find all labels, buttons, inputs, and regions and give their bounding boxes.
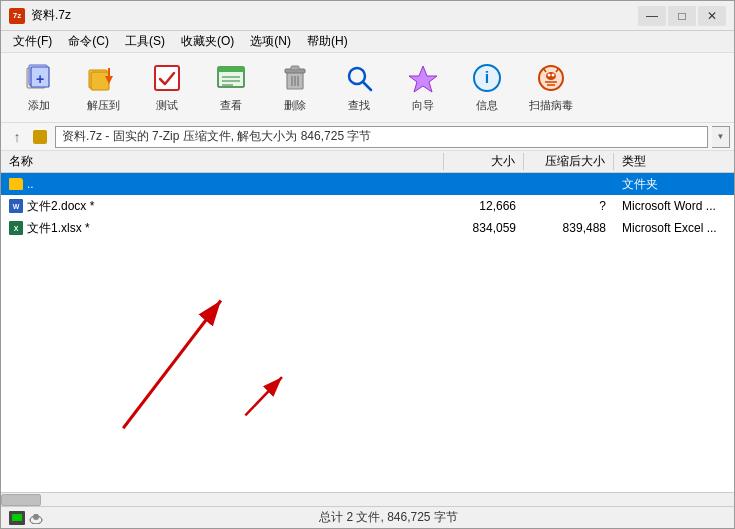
svg-line-34 [123,301,221,429]
svg-rect-37 [12,514,22,521]
menu-file[interactable]: 文件(F) [5,31,60,52]
svg-line-35 [245,377,282,415]
find-label: 查找 [348,98,370,113]
col-header-compressed[interactable]: 压缩后大小 [524,153,614,170]
test-icon [151,62,183,94]
archive-icon [33,130,47,144]
svg-marker-22 [409,66,437,92]
view-label: 查看 [220,98,242,113]
svg-rect-16 [291,66,299,70]
file-name-cell: W 文件2.docx * [1,198,444,215]
file-area: 名称 大小 压缩后大小 类型 .. 文件夹 W 文件2.docx * [1,151,734,506]
window-controls: — □ ✕ [638,6,726,26]
svg-rect-8 [155,66,179,90]
close-button[interactable]: ✕ [698,6,726,26]
file-list: .. 文件夹 W 文件2.docx * 12,666 ? Microsoft W… [1,173,734,492]
maximize-button[interactable]: □ [668,6,696,26]
col-header-size[interactable]: 大小 [444,153,524,170]
status-icons [9,511,43,525]
main-window: 7z 资料.7z — □ ✕ 文件(F) 命令(C) 工具(S) 收藏夹(O) … [0,0,735,529]
wizard-icon [407,62,439,94]
word-icon: W [9,199,23,213]
file-type-cell: Microsoft Excel ... [614,221,734,235]
nav-up-button[interactable]: ↑ [5,126,29,148]
extract-button[interactable]: 解压到 [73,57,133,119]
app-icon: 7z [9,8,25,24]
scan-icon [535,62,567,94]
add-button[interactable]: + 添加 [9,57,69,119]
table-row[interactable]: X 文件1.xlsx * 834,059 839,488 Microsoft E… [1,217,734,239]
view-icon [215,62,247,94]
menu-options[interactable]: 选项(N) [242,31,299,52]
scrollbar-track [1,493,734,507]
horizontal-scrollbar[interactable] [1,492,734,506]
info-label: 信息 [476,98,498,113]
info-icon: i [471,62,503,94]
status-icon-2 [29,511,43,525]
delete-button[interactable]: 删除 [265,57,325,119]
status-icon-1 [9,511,25,525]
address-bar: ↑ 资料.7z - 固实的 7-Zip 压缩文件, 解包大小为 846,725 … [1,123,734,151]
file-name-cell: X 文件1.xlsx * [1,220,444,237]
extract-icon [87,62,119,94]
wizard-button[interactable]: 向导 [393,57,453,119]
extract-label: 解压到 [87,98,120,113]
column-headers: 名称 大小 压缩后大小 类型 [1,151,734,173]
folder-icon [9,178,23,190]
view-button[interactable]: 查看 [201,57,261,119]
file-compressed-cell: 839,488 [524,221,614,235]
svg-point-29 [548,74,551,77]
menu-tools[interactable]: 工具(S) [117,31,173,52]
svg-point-26 [546,72,556,80]
file-name-cell: .. [1,177,444,191]
scrollbar-thumb[interactable] [1,494,41,506]
title-bar: 7z 资料.7z — □ ✕ [1,1,734,31]
menu-help[interactable]: 帮助(H) [299,31,356,52]
status-text: 总计 2 文件, 846,725 字节 [51,509,726,526]
info-button[interactable]: i 信息 [457,57,517,119]
add-label: 添加 [28,98,50,113]
table-row[interactable]: W 文件2.docx * 12,666 ? Microsoft Word ... [1,195,734,217]
find-icon [343,62,375,94]
scan-button[interactable]: 扫描病毒 [521,57,581,119]
minimize-button[interactable]: — [638,6,666,26]
address-path: 资料.7z - 固实的 7-Zip 压缩文件, 解包大小为 846,725 字节 [55,126,708,148]
svg-text:i: i [485,69,489,86]
address-dropdown-button[interactable]: ▼ [712,126,730,148]
svg-rect-5 [91,72,109,90]
window-title: 资料.7z [31,7,638,24]
file-size-cell: 12,666 [444,199,524,213]
scan-label: 扫描病毒 [529,98,573,113]
file-type-cell: Microsoft Word ... [614,199,734,213]
toolbar: + 添加 解压到 [1,53,734,123]
svg-rect-10 [218,67,244,72]
wizard-label: 向导 [412,98,434,113]
menu-bar: 文件(F) 命令(C) 工具(S) 收藏夹(O) 选项(N) 帮助(H) [1,31,734,53]
delete-label: 删除 [284,98,306,113]
file-size-cell: 834,059 [444,221,524,235]
find-button[interactable]: 查找 [329,57,389,119]
menu-command[interactable]: 命令(C) [60,31,117,52]
menu-favorites[interactable]: 收藏夹(O) [173,31,242,52]
delete-icon [279,62,311,94]
excel-icon: X [9,221,23,235]
file-type-cell: 文件夹 [614,176,734,193]
table-row[interactable]: .. 文件夹 [1,173,734,195]
col-header-type[interactable]: 类型 [614,153,734,170]
file-compressed-cell: ? [524,199,614,213]
svg-rect-40 [34,514,38,517]
test-button[interactable]: 测试 [137,57,197,119]
svg-text:+: + [36,71,44,87]
svg-line-21 [363,82,371,90]
col-header-name[interactable]: 名称 [1,153,444,170]
test-label: 测试 [156,98,178,113]
add-icon: + [23,62,55,94]
svg-point-30 [552,74,555,77]
status-bar: 总计 2 文件, 846,725 字节 [1,506,734,528]
